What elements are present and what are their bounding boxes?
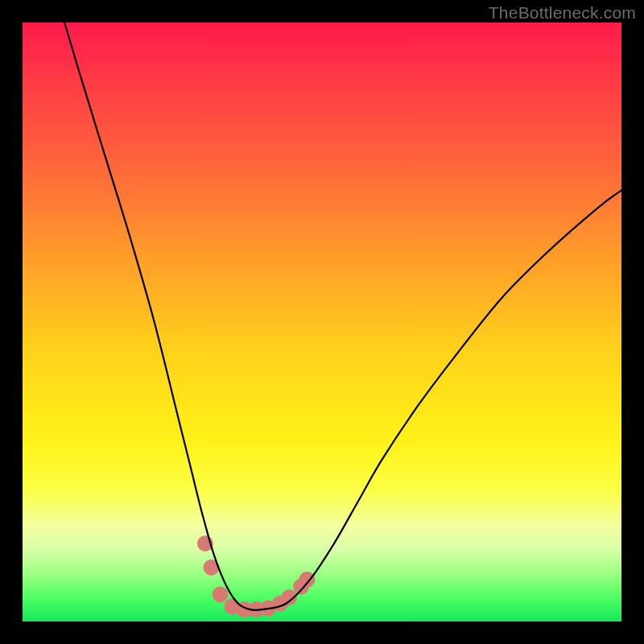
- chart-svg: [23, 23, 621, 621]
- marker-layer: [197, 535, 316, 617]
- watermark-text: TheBottleneck.com: [489, 3, 636, 23]
- marker-dot: [213, 587, 229, 603]
- marker-dot: [299, 572, 315, 588]
- plot-area: [23, 23, 621, 621]
- outer-frame: TheBottleneck.com: [0, 0, 644, 644]
- bottleneck-curve: [64, 23, 621, 610]
